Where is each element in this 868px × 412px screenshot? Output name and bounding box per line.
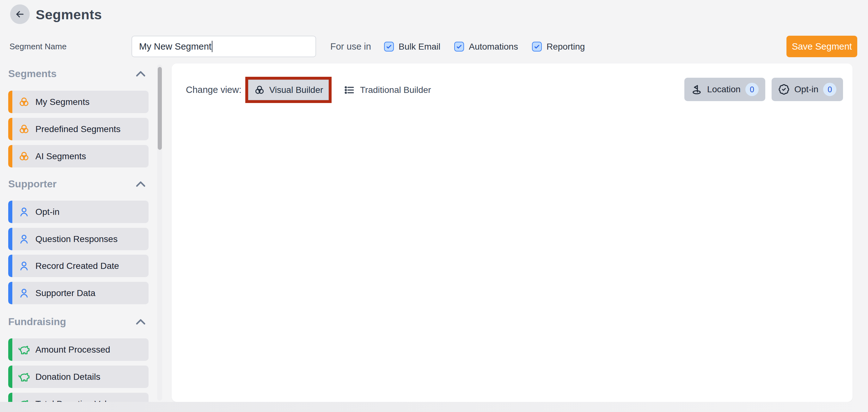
chevron-up-icon[interactable]	[135, 70, 146, 77]
filter-label: Location	[707, 84, 741, 94]
save-segment-button[interactable]: Save Segment	[786, 36, 857, 57]
segments-venn-icon	[18, 150, 30, 162]
venn-diagram-icon	[254, 84, 265, 96]
person-icon	[18, 287, 30, 299]
checkbox-label: Automations	[469, 42, 518, 52]
arrow-left-icon	[14, 9, 25, 20]
accent-stripe	[8, 393, 12, 402]
list-icon	[344, 85, 355, 95]
sidebar-section-segments-header: Segments	[8, 66, 149, 82]
segment-name-label: Segment Name	[9, 36, 67, 57]
sidebar-item-label: Record Created Date	[35, 261, 119, 271]
back-button[interactable]	[10, 4, 30, 24]
sidebar-item-supporter-data[interactable]: Supporter Data	[8, 282, 149, 304]
sidebar-item-label: AI Segments	[35, 151, 86, 161]
piggy-bank-icon	[18, 371, 30, 383]
builder-panel: Change view: Visual Builder Traditional …	[172, 64, 852, 402]
count-badge: 0	[745, 83, 758, 96]
sidebar-item-opt-in[interactable]: Opt-in	[8, 201, 149, 223]
annotation-highlight-box: Visual Builder	[245, 77, 332, 103]
page-title: Segments	[36, 7, 102, 23]
checkbox-bulk-email[interactable]: Bulk Email	[384, 42, 440, 52]
sidebar-section-supporter-header: Supporter	[8, 176, 149, 192]
sidebar: Segments My Segments Predefined Segments	[8, 63, 149, 402]
sidebar-item-label: Supporter Data	[35, 288, 95, 298]
view-option-label: Traditional Builder	[360, 85, 431, 95]
for-use-in-label: For use in	[330, 36, 371, 57]
visual-builder-button[interactable]: Visual Builder	[248, 80, 329, 100]
sidebar-item-label: My Segments	[35, 97, 89, 107]
segments-page: Segments Segment Name My New Segment For…	[0, 0, 868, 412]
checkbox-reporting[interactable]: Reporting	[532, 42, 585, 52]
for-use-in-checkbox-group: Bulk Email Automations Reporting	[384, 36, 585, 57]
checkbox-label: Bulk Email	[399, 42, 440, 52]
sidebar-item-label: Opt-in	[35, 207, 59, 217]
person-icon	[18, 206, 30, 218]
accent-stripe	[8, 282, 12, 304]
segment-name-value: My New Segment	[139, 41, 212, 52]
sidebar-item-total-donation-value[interactable]: Total Donation Value	[8, 393, 149, 402]
segment-name-input[interactable]: My New Segment	[131, 36, 316, 57]
text-caret	[212, 41, 213, 52]
sidebar-item-label: Amount Processed	[35, 345, 110, 355]
chevron-up-icon[interactable]	[135, 318, 146, 325]
checkbox-checked-icon[interactable]	[384, 42, 394, 52]
segments-venn-icon	[18, 96, 30, 108]
sidebar-scrollbar-thumb[interactable]	[158, 67, 162, 150]
accent-stripe	[8, 255, 12, 277]
sidebar-item-record-created-date[interactable]: Record Created Date	[8, 255, 149, 277]
filter-label: Opt-in	[794, 84, 818, 94]
accent-stripe	[8, 228, 12, 250]
sidebar-item-label: Predefined Segments	[35, 124, 120, 134]
piggy-bank-icon	[18, 344, 30, 356]
sidebar-section-fundraising-header: Fundraising	[8, 314, 149, 329]
badge-check-icon	[778, 84, 789, 95]
person-icon	[18, 260, 30, 272]
accent-stripe	[8, 145, 12, 167]
person-icon	[18, 233, 30, 245]
sidebar-item-ai-segments[interactable]: AI Segments	[8, 145, 149, 167]
chevron-up-icon[interactable]	[135, 180, 146, 188]
location-filter-button[interactable]: Location 0	[684, 78, 765, 101]
sidebar-item-my-segments[interactable]: My Segments	[8, 91, 149, 113]
section-title: Segments	[8, 68, 57, 80]
sidebar-item-label: Donation Details	[35, 372, 100, 382]
location-flag-icon	[691, 84, 702, 95]
accent-stripe	[8, 366, 12, 388]
sidebar-item-label: Total Donation Value	[35, 399, 116, 402]
section-title: Fundraising	[8, 316, 66, 328]
checkbox-automations[interactable]: Automations	[454, 42, 518, 52]
accent-stripe	[8, 118, 12, 140]
checkbox-label: Reporting	[547, 42, 585, 52]
section-title: Supporter	[8, 178, 57, 190]
checkbox-checked-icon[interactable]	[454, 42, 464, 52]
sidebar-item-amount-processed[interactable]: Amount Processed	[8, 338, 149, 361]
sidebar-item-question-responses[interactable]: Question Responses	[8, 228, 149, 250]
piggy-bank-icon	[18, 398, 30, 402]
accent-stripe	[8, 338, 12, 361]
sidebar-scrollbar-track[interactable]	[157, 64, 162, 401]
sidebar-item-donation-details[interactable]: Donation Details	[8, 366, 149, 388]
bottom-strip	[0, 402, 868, 412]
segments-venn-icon	[18, 123, 30, 135]
checkbox-checked-icon[interactable]	[532, 42, 542, 52]
change-view-label: Change view:	[186, 83, 242, 97]
opt-in-filter-button[interactable]: Opt-in 0	[772, 78, 843, 101]
accent-stripe	[8, 91, 12, 113]
view-option-label: Visual Builder	[269, 85, 323, 95]
sidebar-item-label: Question Responses	[35, 234, 118, 244]
traditional-builder-button[interactable]: Traditional Builder	[344, 81, 431, 99]
count-badge: 0	[823, 83, 836, 96]
sidebar-item-predefined-segments[interactable]: Predefined Segments	[8, 118, 149, 140]
accent-stripe	[8, 201, 12, 223]
